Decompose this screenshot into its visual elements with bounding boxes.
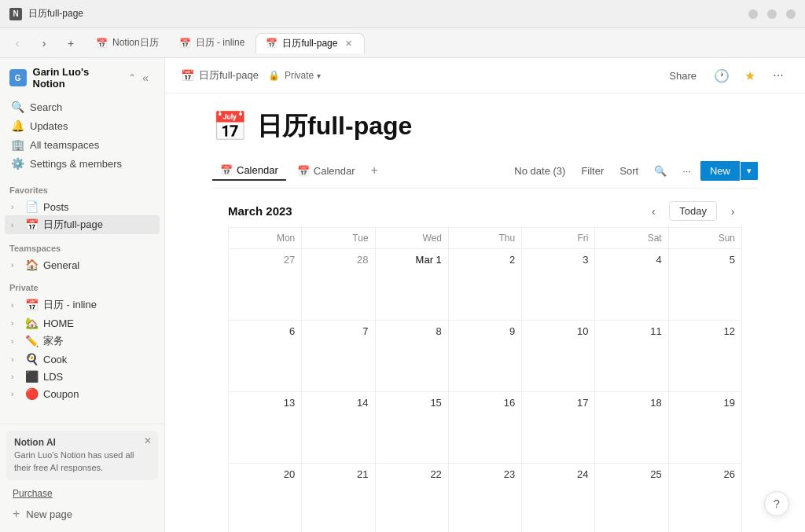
sidebar-item-posts[interactable]: › 📄 Posts: [5, 198, 160, 215]
calendar-cell[interactable]: 3: [522, 249, 595, 320]
page-title[interactable]: 日历full-page: [257, 109, 412, 144]
calendar-day-headers: Mon Tue Wed Thu Fri Sat Sun: [228, 227, 742, 249]
next-month-button[interactable]: ›: [723, 202, 742, 221]
minimize-button[interactable]: ─: [748, 9, 758, 19]
calendar-cell[interactable]: 8: [376, 321, 449, 391]
calendar-cell[interactable]: 26: [669, 464, 742, 532]
calendar-cell[interactable]: 19: [669, 392, 742, 463]
content-header: 📅 日历full-paqe 🔒 Private ▾ Share 🕐 ★: [165, 58, 805, 94]
db-tab-calendar2[interactable]: 📅 Calendar: [289, 162, 363, 180]
calendar-cell[interactable]: 25: [595, 464, 668, 532]
sidebar-item-housework[interactable]: › ✏️ 家务: [5, 332, 160, 350]
forward-button[interactable]: ›: [33, 32, 55, 54]
filter-button[interactable]: Filter: [575, 162, 610, 180]
calendar-cell[interactable]: 21: [302, 464, 375, 532]
chevron-icon: ›: [11, 390, 20, 398]
calendar-cell[interactable]: 24: [522, 464, 595, 532]
day-header-fri: Fri: [522, 228, 595, 249]
sidebar-item-teamspaces[interactable]: 🏢 All teamspaces: [5, 135, 160, 154]
chevron-icon: ›: [11, 319, 20, 328]
calendar-cell[interactable]: 18: [595, 392, 668, 463]
more-options-button[interactable]: ···: [676, 162, 697, 180]
calendar-cell[interactable]: 4: [595, 249, 668, 320]
purchase-link[interactable]: Purchase: [6, 485, 158, 502]
calendar-nav: ‹ Today ›: [644, 201, 742, 221]
calendar-cell[interactable]: 22: [376, 464, 449, 532]
star-icon: ★: [744, 68, 755, 83]
star-button[interactable]: ★: [739, 64, 761, 86]
no-date-button[interactable]: No date (3): [508, 162, 572, 180]
calendar-grid: Mon Tue Wed Thu Fri Sat Sun 27 28 Mar: [228, 227, 742, 532]
page-content: 📅 日历full-page 📅 Calendar 📅 Calendar + No…: [165, 94, 805, 532]
calendar-cell[interactable]: 5: [669, 249, 742, 320]
sidebar-item-home[interactable]: › 🏡 HOME: [5, 314, 160, 332]
sidebar-item-settings[interactable]: ⚙️ Settings & members: [5, 154, 160, 173]
calendar-cell[interactable]: 13: [229, 392, 302, 463]
workspace-avatar: G: [9, 69, 27, 86]
help-button[interactable]: ?: [764, 491, 789, 516]
tab-notion-calendar[interactable]: 📅 Notion日历: [86, 33, 168, 53]
today-button[interactable]: Today: [669, 201, 717, 221]
calendar-cell[interactable]: 12: [669, 321, 742, 391]
sidebar-nav: 🔍 Search 🔔 Updates 🏢 All teamspaces ⚙️ S…: [0, 94, 164, 176]
breadcrumb: 📅 日历full-paqe 🔒 Private ▾: [181, 68, 321, 83]
ai-banner-close-button[interactable]: ✕: [144, 435, 152, 446]
workspace-info[interactable]: G Garin Luo's Notion ⌃: [9, 66, 136, 90]
sidebar: G Garin Luo's Notion ⌃ « 🔍 Search 🔔 Upda…: [0, 58, 165, 532]
sidebar-item-inline[interactable]: › 📅 日历 - inline: [5, 295, 160, 314]
search-button[interactable]: 🔍: [648, 162, 673, 180]
close-button[interactable]: ✕: [786, 9, 796, 19]
workspace-name: Garin Luo's Notion: [33, 66, 123, 90]
prev-month-button[interactable]: ‹: [644, 202, 663, 221]
calendar-cell[interactable]: 14: [302, 392, 375, 463]
calendar-body: 27 28 Mar 1 2 3 4 5 6 7 8: [228, 249, 742, 532]
private-badge[interactable]: Private ▾: [285, 70, 321, 81]
maximize-button[interactable]: □: [767, 9, 777, 19]
calendar-cell[interactable]: 9: [449, 321, 522, 391]
calendar-cell[interactable]: 20: [229, 464, 302, 532]
sidebar-item-general[interactable]: › 🏠 General: [5, 256, 160, 273]
chevron-down-icon: ▾: [317, 72, 321, 80]
add-view-button[interactable]: +: [366, 160, 383, 181]
sidebar-item-coupon[interactable]: › 🔴 Coupon: [5, 385, 160, 402]
history-icon: 🕐: [714, 68, 730, 83]
calendar-cell[interactable]: 2: [449, 249, 522, 320]
calendar-cell[interactable]: Mar 1: [376, 249, 449, 320]
browser-chrome: ‹ › + 📅 Notion日历 📅 日历 - inline 📅 日历full-…: [0, 28, 805, 58]
calendar-cell[interactable]: 11: [595, 321, 668, 391]
new-entry-button: New ▾: [700, 160, 758, 182]
calendar-cell[interactable]: 16: [449, 392, 522, 463]
sidebar-item-search[interactable]: 🔍 Search: [5, 97, 160, 116]
tab-inline-calendar[interactable]: 📅 日历 - inline: [170, 33, 255, 53]
db-tab-calendar1[interactable]: 📅 Calendar: [212, 161, 286, 181]
calendar-cell[interactable]: 17: [522, 392, 595, 463]
new-arrow-button[interactable]: ▾: [741, 162, 758, 180]
more-button[interactable]: ···: [767, 64, 789, 86]
new-main-button[interactable]: New: [700, 161, 740, 181]
calendar-cell[interactable]: 6: [229, 321, 302, 391]
share-button[interactable]: Share: [661, 67, 704, 85]
sort-button[interactable]: Sort: [613, 162, 645, 180]
calendar-cell[interactable]: 23: [449, 464, 522, 532]
new-tab-button[interactable]: +: [60, 32, 82, 54]
calendar-week-2: 6 7 8 9 10 11 12: [229, 321, 742, 392]
history-button[interactable]: 🕐: [711, 64, 733, 86]
calendar-cell[interactable]: 10: [522, 321, 595, 391]
tab-fullpage-calendar[interactable]: 📅 日历full-page ✕: [255, 33, 365, 53]
chevron-icon: ›: [11, 301, 20, 310]
calendar-cell[interactable]: 27: [229, 249, 302, 320]
tab-close-icon[interactable]: ✕: [342, 37, 355, 50]
teamspaces-section: Teamspaces: [0, 234, 164, 256]
chevron-icon: ›: [11, 221, 20, 229]
calendar-cell[interactable]: 28: [302, 249, 375, 320]
sidebar-item-fullpage[interactable]: › 📅 日历full-page: [5, 215, 160, 234]
sidebar-item-cook[interactable]: › 🍳 Cook: [5, 350, 160, 368]
calendar-cell[interactable]: 15: [376, 392, 449, 463]
back-button[interactable]: ‹: [6, 32, 28, 54]
calendar-cell[interactable]: 7: [302, 321, 375, 391]
sidebar-item-lds[interactable]: › ⬛ LDS: [5, 368, 160, 385]
new-page-button[interactable]: + New page: [6, 502, 158, 526]
calendar-month: March 2023: [228, 204, 292, 218]
sidebar-toggle-button[interactable]: «: [136, 68, 155, 87]
sidebar-item-updates[interactable]: 🔔 Updates: [5, 116, 160, 135]
